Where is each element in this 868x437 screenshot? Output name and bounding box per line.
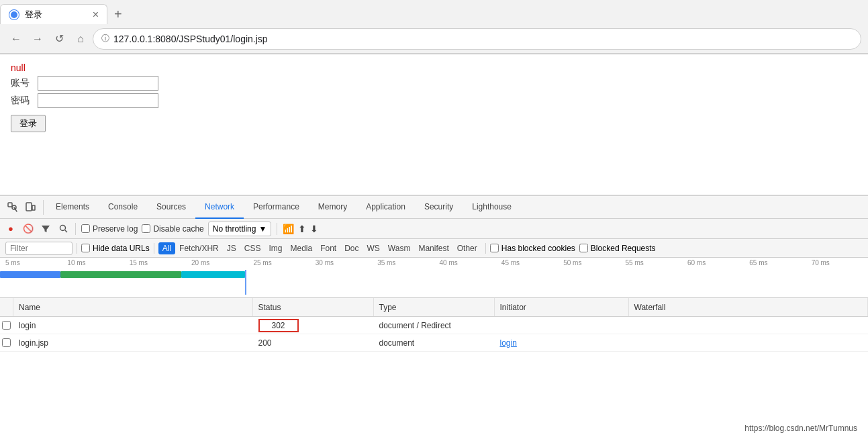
svg-line-5 [65,230,67,232]
filter-type-css[interactable]: CSS [240,242,265,254]
timeline-bar-blue [0,271,60,278]
filter-toggle-button[interactable] [39,222,52,236]
header-type[interactable]: Type [374,298,495,316]
record-button[interactable]: ● [4,222,17,236]
filter-bar: Hide data URLs AllFetch/XHRJSCSSImgMedia… [0,239,868,258]
timeline-label-13: 70 ms [809,259,832,266]
header-waterfall[interactable]: Waterfall [629,298,869,316]
header-status[interactable]: Status [253,298,374,316]
active-tab[interactable]: 登录 × [0,4,107,24]
blocked-requests-checkbox[interactable]: Blocked Requests [579,244,656,253]
row1-type: document / Redirect [374,317,495,334]
timeline-cursor [245,270,246,295]
header-checkbox-cell [0,298,13,316]
back-button[interactable]: ← [7,30,26,48]
filter-divider-2 [154,243,154,254]
devtools-tab-lighthouse[interactable]: Lighthouse [463,196,521,219]
timeline-label-3: 20 ms [189,259,212,266]
timeline-label-0: 5 ms [3,259,23,266]
table-header: Name Status Type Initiator Waterfall [0,298,868,317]
upload-icon[interactable]: ⬆ [298,224,306,234]
timeline-label-4: 25 ms [250,259,274,266]
devtools-tab-performance[interactable]: Performance [244,196,309,219]
devtools-panel: ElementsConsoleSourcesNetworkPerformance… [0,195,868,437]
filter-type-js[interactable]: JS [223,242,240,254]
row1-initiator [495,317,629,334]
device-icon[interactable] [23,200,38,215]
home-button[interactable]: ⌂ [71,30,90,48]
row1-status: 302 [253,317,374,334]
refresh-button[interactable]: ↺ [50,30,68,48]
filter-type-media[interactable]: Media [286,242,316,254]
wifi-icon[interactable]: 📶 [283,224,294,234]
password-input[interactable] [38,93,158,108]
tab-favicon [9,9,19,20]
filter-divider-1 [77,243,77,254]
filter-type-img[interactable]: Img [264,242,286,254]
disable-cache-checkbox[interactable]: Disable cache [142,224,203,234]
forward-button[interactable]: → [28,30,47,48]
account-input[interactable] [38,76,158,91]
login-button[interactable]: 登录 [11,115,46,132]
row1-select[interactable] [2,321,11,330]
browser-chrome: 登录 × + ← → ↺ ⌂ ⓘ 127.0.0.1:8080/JSPStudy… [0,0,868,54]
devtools-tabs-list: ElementsConsoleSourcesNetworkPerformance… [46,196,521,219]
header-initiator[interactable]: Initiator [495,298,629,316]
has-blocked-cookies-checkbox[interactable]: Has blocked cookies [490,244,575,253]
preserve-log-checkbox[interactable]: Preserve log [81,224,138,234]
throttle-select[interactable]: No throttling ▼ [208,222,272,236]
row1-name: login [13,317,253,334]
row2-select[interactable] [2,338,11,347]
throttle-arrow: ▼ [258,224,267,234]
throttle-label: No throttling [213,224,256,234]
preserve-log-label: Preserve log [93,224,138,234]
filter-type-other[interactable]: Other [453,242,481,254]
svg-rect-0 [8,203,12,207]
filter-type-manifest[interactable]: Manifest [414,242,452,254]
filter-type-doc[interactable]: Doc [340,242,363,254]
timeline-label-12: 65 ms [746,259,770,266]
devtools-tab-bar: ElementsConsoleSourcesNetworkPerformance… [0,196,868,219]
timeline-label-10: 55 ms [623,259,646,266]
account-label: 账号 [11,77,35,89]
search-button[interactable] [56,222,70,236]
filter-type-ws[interactable]: WS [363,242,384,254]
filter-type-all[interactable]: All [158,242,175,254]
new-tab-button[interactable]: + [107,7,129,21]
has-blocked-cookies-label: Has blocked cookies [501,244,575,253]
page-content: null 账号 密码 登录 [0,54,868,195]
devtools-tab-application[interactable]: Application [356,196,415,219]
table-row: login.jsp 200 document login [0,334,868,352]
devtools-tab-sources[interactable]: Sources [147,196,195,219]
svg-point-4 [60,226,65,231]
timeline-label-11: 60 ms [685,259,708,266]
filter-type-fetch/xhr[interactable]: Fetch/XHR [175,242,223,254]
row2-initiator-link[interactable]: login [500,338,517,348]
tab-close-button[interactable]: × [93,9,99,20]
filter-divider-3 [485,243,486,254]
null-text: null [11,62,857,73]
devtools-tab-console[interactable]: Console [99,196,147,219]
row2-name: login.jsp [13,334,253,351]
hide-data-urls-checkbox[interactable]: Hide data URLs [81,244,150,253]
header-name[interactable]: Name [13,298,253,316]
filter-type-font[interactable]: Font [316,242,340,254]
devtools-tab-memory[interactable]: Memory [309,196,356,219]
tab-bar: 登录 × + [0,0,868,24]
devtools-tab-network[interactable]: Network [195,196,244,219]
download-icon[interactable]: ⬇ [310,224,318,234]
row2-waterfall [629,334,869,351]
devtools-tab-elements[interactable]: Elements [46,196,99,219]
clear-button[interactable]: 🚫 [21,222,35,236]
timeline-label-6: 35 ms [375,259,398,266]
network-table: Name Status Type Initiator Waterfall log… [0,298,868,352]
filter-input[interactable] [5,242,73,255]
inspect-icon[interactable] [5,200,20,215]
password-label: 密码 [11,95,35,107]
address-bar[interactable]: ⓘ 127.0.0.1:8080/JSPStudy01/login.jsp [93,28,861,50]
filter-type-wasm[interactable]: Wasm [384,242,415,254]
devtools-side-icons [3,200,44,215]
hide-data-urls-label: Hide data URLs [93,244,150,253]
devtools-tab-security[interactable]: Security [415,196,463,219]
row2-type: document [374,334,495,351]
